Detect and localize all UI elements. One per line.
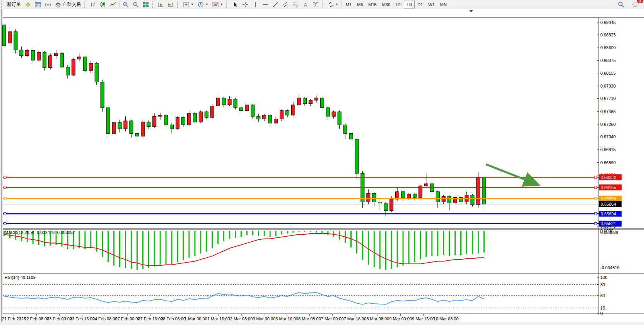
new-order-button[interactable]: 新订单 <box>5 0 23 9</box>
arrows-button[interactable]: ▼ <box>326 0 340 9</box>
timeframe-m30-button[interactable]: M30 <box>379 0 393 9</box>
timeframe-mn-button[interactable]: MN <box>437 0 449 9</box>
toolbar-separator <box>119 2 120 8</box>
timeframe-h4-button[interactable]: H4 <box>404 0 415 9</box>
timeframe-w1-button[interactable]: W1 <box>425 0 437 9</box>
svg-text:28 Feb 08:00: 28 Feb 08:00 <box>161 316 186 321</box>
svg-text:0.66590: 0.66590 <box>600 160 616 165</box>
channel-icon: E <box>282 2 289 8</box>
svg-text:21 Feb 2023: 21 Feb 2023 <box>2 316 26 321</box>
tile-windows-button[interactable] <box>141 0 151 9</box>
candles-button[interactable] <box>98 0 108 9</box>
svg-text:24 Feb 08:00: 24 Feb 08:00 <box>92 316 118 321</box>
gold-button[interactable] <box>23 0 33 9</box>
indicators-icon <box>183 2 189 8</box>
timeframe-d1-button[interactable]: D1 <box>415 0 425 9</box>
bottom-edge <box>0 322 644 325</box>
zoom-out-icon <box>133 2 139 8</box>
svg-text:0.65959: 0.65959 <box>601 196 616 201</box>
svg-text:0.66815: 0.66815 <box>600 147 616 152</box>
svg-text:F: F <box>296 6 298 8</box>
auto-scroll-button[interactable] <box>156 0 166 9</box>
svg-text:27 Feb 16:00: 27 Feb 16:00 <box>138 316 163 321</box>
text-button[interactable]: A <box>301 0 311 9</box>
svg-text:3 Mar 16:00: 3 Mar 16:00 <box>275 316 298 321</box>
mt4-terminal-window: { "toolbar": { "new_order_label": "新订单",… <box>0 0 644 325</box>
svg-text:50: 50 <box>600 293 605 298</box>
svg-text:15: 15 <box>600 306 605 310</box>
toolbar-grip[interactable] <box>152 2 155 8</box>
chart-window-icon <box>35 2 41 8</box>
horizontal-line-icon <box>262 2 268 8</box>
svg-text:1 Mar 16:00: 1 Mar 16:00 <box>207 316 230 321</box>
bars-button[interactable] <box>88 0 98 9</box>
zoom-in-icon <box>123 2 129 8</box>
notification-badge: 1 <box>637 0 643 3</box>
templates-icon <box>212 2 219 8</box>
dropdown-caret-icon[interactable]: ▼ <box>191 3 194 6</box>
templates-button[interactable]: ▼ <box>210 0 225 9</box>
timeframe-m5-button[interactable]: M5 <box>354 0 366 9</box>
indicators-button[interactable]: ▼ <box>181 0 196 9</box>
horizontal-line-button[interactable] <box>260 0 270 9</box>
timeframe-m1-button[interactable]: M1 <box>343 0 354 9</box>
macd-indicator-label: MACD(12,26,9) -0.002478 -0.003087 <box>5 230 75 235</box>
signal-button[interactable] <box>43 0 53 9</box>
trendline-button[interactable] <box>270 0 280 9</box>
toolbar-grip[interactable] <box>1 2 4 8</box>
svg-text:22 Feb 08:00: 22 Feb 08:00 <box>24 316 49 321</box>
svg-text:0.65694: 0.65694 <box>601 212 616 216</box>
dropdown-caret-icon[interactable]: ▼ <box>205 3 208 6</box>
autotrading-label: 自动交易 <box>62 1 81 8</box>
svg-text:0.68600: 0.68600 <box>600 45 616 50</box>
gold-icon <box>25 2 31 8</box>
trendline-icon <box>272 2 278 8</box>
svg-text:0.68825: 0.68825 <box>600 33 616 37</box>
svg-text:7 Mar 00:00: 7 Mar 00:00 <box>321 316 344 321</box>
toolbar-grip[interactable] <box>84 2 87 8</box>
svg-text:6 Mar 08:00: 6 Mar 08:00 <box>298 316 321 321</box>
dropdown-caret-icon[interactable]: ▼ <box>335 3 338 6</box>
fibonacci-button[interactable]: F <box>290 0 301 9</box>
text-icon: A <box>302 2 309 8</box>
svg-text:0.69045: 0.69045 <box>600 20 616 25</box>
svg-text:0.67485: 0.67485 <box>600 109 616 114</box>
svg-text:0.66332: 0.66332 <box>601 175 616 180</box>
notifications-button[interactable]: 1 <box>630 0 641 9</box>
chart-canvas[interactable]: 0.690450.688250.686000.683750.681550.679… <box>0 9 644 325</box>
new-order-label: 新订单 <box>7 1 21 8</box>
svg-text:100: 100 <box>600 275 607 280</box>
zoom-in-button[interactable] <box>121 0 131 9</box>
timeframe-h1-button[interactable]: H1 <box>393 0 404 9</box>
line-chart-button[interactable] <box>108 0 118 9</box>
text-label-button[interactable]: T <box>311 0 321 9</box>
svg-text:A: A <box>304 2 307 8</box>
chart-window-button[interactable] <box>33 0 43 9</box>
periods-icon <box>198 2 204 8</box>
search-button[interactable] <box>616 0 626 9</box>
arrows-icon <box>328 2 334 8</box>
chart-shift-button[interactable] <box>166 0 176 9</box>
svg-text:0.68155: 0.68155 <box>600 71 616 76</box>
zoom-out-button[interactable] <box>131 0 141 9</box>
bars-icon <box>90 2 96 8</box>
toolbar-grip[interactable] <box>322 2 325 8</box>
autotrading-icon <box>55 2 61 8</box>
vertical-line-button[interactable] <box>250 0 260 9</box>
chart-background[interactable] <box>3 9 644 322</box>
svg-text:T: T <box>314 2 317 7</box>
autotrading-button[interactable]: 自动交易 <box>53 0 83 9</box>
crosshair-icon <box>242 2 248 8</box>
toolbar-grip[interactable] <box>177 2 180 8</box>
svg-text:0.000086: 0.000086 <box>600 230 618 235</box>
svg-text:23 Feb 00:00: 23 Feb 00:00 <box>47 316 72 321</box>
toolbar-separator <box>342 2 342 8</box>
cursor-button[interactable] <box>230 0 240 9</box>
periods-button[interactable]: ▼ <box>196 0 210 9</box>
toolbar-grip[interactable] <box>226 2 229 8</box>
svg-text:1 Mar 00:00: 1 Mar 00:00 <box>184 316 207 321</box>
timeframe-m15-button[interactable]: M15 <box>366 0 379 9</box>
channel-button[interactable]: E <box>280 0 290 9</box>
dropdown-caret-icon[interactable]: ▼ <box>220 3 223 6</box>
crosshair-button[interactable] <box>240 0 250 9</box>
